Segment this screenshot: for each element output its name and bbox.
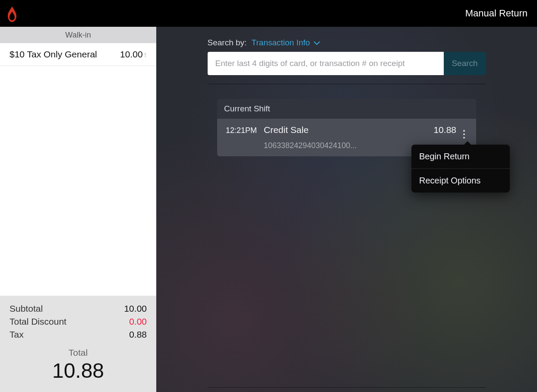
line-item-name: $10 Tax Only General	[9, 49, 97, 60]
page-title[interactable]: Manual Return	[465, 8, 528, 19]
search-by-row: Search by: Transaction Info	[208, 38, 486, 47]
search-input[interactable]	[208, 52, 444, 75]
search-by-label: Search by:	[208, 38, 247, 47]
more-options-icon[interactable]	[460, 128, 468, 140]
begin-return-option[interactable]: Begin Return	[411, 145, 510, 168]
subtotal-value: 10.00	[124, 303, 147, 314]
top-bar: Manual Return	[0, 0, 537, 27]
receipt-options-option[interactable]: Receipt Options	[411, 168, 510, 193]
divider	[208, 84, 486, 84]
chevron-down-icon[interactable]	[314, 38, 320, 47]
customer-name[interactable]: Walk-in	[0, 27, 156, 43]
grand-total-value: 10.88	[9, 359, 147, 383]
line-items-list: $10 Tax Only General 10.00T	[0, 43, 156, 296]
shift-card: Current Shift 12:21PM Credit Sale 10.88 …	[217, 99, 476, 156]
tax-value: 0.88	[129, 329, 147, 340]
tax-row: Tax 0.88	[9, 329, 147, 340]
discount-value: 0.00	[129, 316, 147, 327]
order-sidebar: Walk-in $10 Tax Only General 10.00T Subt…	[0, 27, 156, 392]
transaction-row[interactable]: 12:21PM Credit Sale 10.88 10633824294030…	[217, 119, 476, 156]
grand-total: Total 10.88	[9, 348, 147, 383]
search-button[interactable]: Search	[444, 52, 486, 75]
tax-label: Tax	[9, 329, 24, 340]
transaction-popover: Begin Return Receipt Options	[411, 145, 510, 193]
divider	[208, 387, 486, 388]
transaction-amount: 10.88	[433, 125, 456, 135]
subtotal-row: Subtotal 10.00	[9, 303, 147, 314]
main-panel: Search by: Transaction Info Search Curre…	[156, 27, 537, 392]
line-item[interactable]: $10 Tax Only General 10.00T	[0, 43, 156, 66]
line-item-price: 10.00T	[120, 49, 147, 60]
subtotal-label: Subtotal	[9, 303, 43, 314]
search-by-dropdown[interactable]: Transaction Info	[252, 38, 310, 47]
discount-row: Total Discount 0.00	[9, 316, 147, 327]
grand-total-label: Total	[9, 348, 147, 358]
transaction-time: 12:21PM	[226, 126, 264, 135]
shift-header: Current Shift	[217, 99, 476, 119]
tax-suffix: T	[144, 53, 147, 59]
flame-logo-icon	[5, 6, 19, 21]
search-area: Search by: Transaction Info Search	[208, 38, 486, 75]
transaction-type: Credit Sale	[264, 125, 433, 135]
discount-label: Total Discount	[9, 316, 66, 327]
search-row: Search	[208, 52, 486, 75]
totals-panel: Subtotal 10.00 Total Discount 0.00 Tax 0…	[0, 296, 156, 392]
